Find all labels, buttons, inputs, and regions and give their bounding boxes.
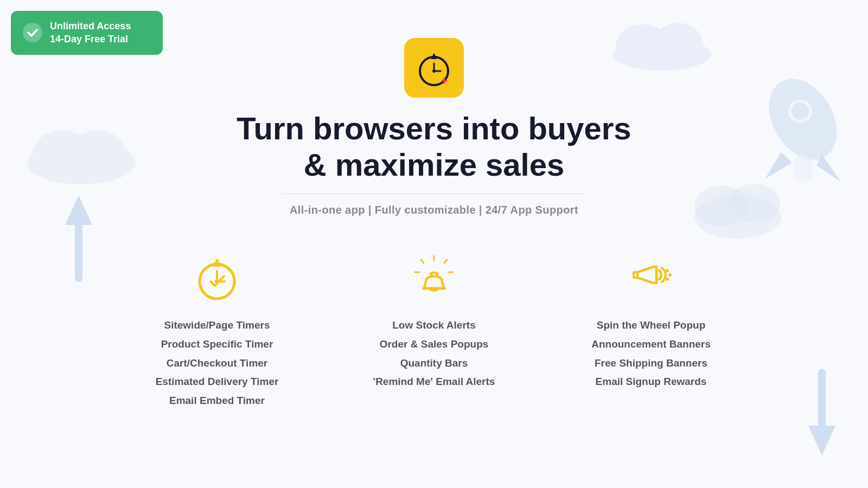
hero-divider	[282, 194, 586, 194]
alerts-list: Low Stock Alerts Order & Sales Popups Qu…	[373, 318, 495, 393]
list-item: Cart/Checkout Timer	[156, 356, 279, 371]
svg-line-35	[421, 260, 424, 263]
hero-heading: Turn browsers into buyers & maximize sal…	[237, 111, 631, 183]
list-item: Sitewide/Page Timers	[156, 318, 279, 333]
megaphone-icon	[624, 252, 678, 300]
timers-list: Sitewide/Page Timers Product Specific Ti…	[156, 318, 279, 412]
list-item: Announcement Banners	[591, 337, 711, 352]
list-item: Order & Sales Popups	[373, 337, 495, 352]
list-item: 'Remind Me' Email Alerts	[373, 375, 495, 389]
svg-point-25	[432, 69, 436, 73]
list-item: Email Embed Timer	[156, 394, 279, 408]
svg-rect-40	[634, 272, 637, 278]
stopwatch-icon	[190, 252, 244, 300]
feature-col-timers: Sitewide/Page Timers Product Specific Ti…	[108, 249, 326, 412]
svg-rect-30	[215, 259, 219, 264]
list-item: Free Shipping Banners	[591, 356, 711, 371]
alerts-icon-wrap	[401, 249, 467, 303]
timers-icon-wrap	[184, 249, 250, 303]
list-item: Product Specific Timer	[156, 337, 279, 352]
hero-subtitle: All-in-one app | Fully customizable | 24…	[290, 204, 578, 216]
banners-icon-wrap	[618, 249, 684, 303]
svg-line-36	[444, 260, 447, 263]
stopwatch-app-icon	[414, 48, 454, 87]
list-item: Email Signup Rewards	[591, 375, 711, 389]
list-item: Quantity Bars	[373, 356, 495, 371]
svg-point-43	[666, 278, 669, 281]
app-icon	[404, 38, 464, 98]
features-grid: Sitewide/Page Timers Product Specific Ti…	[108, 249, 760, 412]
list-item: Estimated Delivery Timer	[156, 375, 279, 389]
banners-list: Spin the Wheel Popup Announcement Banner…	[591, 318, 711, 393]
feature-col-alerts: Low Stock Alerts Order & Sales Popups Qu…	[326, 249, 542, 393]
svg-rect-22	[433, 54, 435, 57]
svg-point-42	[668, 273, 672, 277]
bell-alert-icon	[407, 252, 461, 300]
list-item: Low Stock Alerts	[373, 318, 495, 333]
list-item: Spin the Wheel Popup	[591, 318, 711, 333]
svg-point-41	[666, 269, 669, 272]
main-content: Turn browsers into buyers & maximize sal…	[0, 0, 868, 488]
feature-col-banners: Spin the Wheel Popup Announcement Banner…	[542, 249, 760, 393]
